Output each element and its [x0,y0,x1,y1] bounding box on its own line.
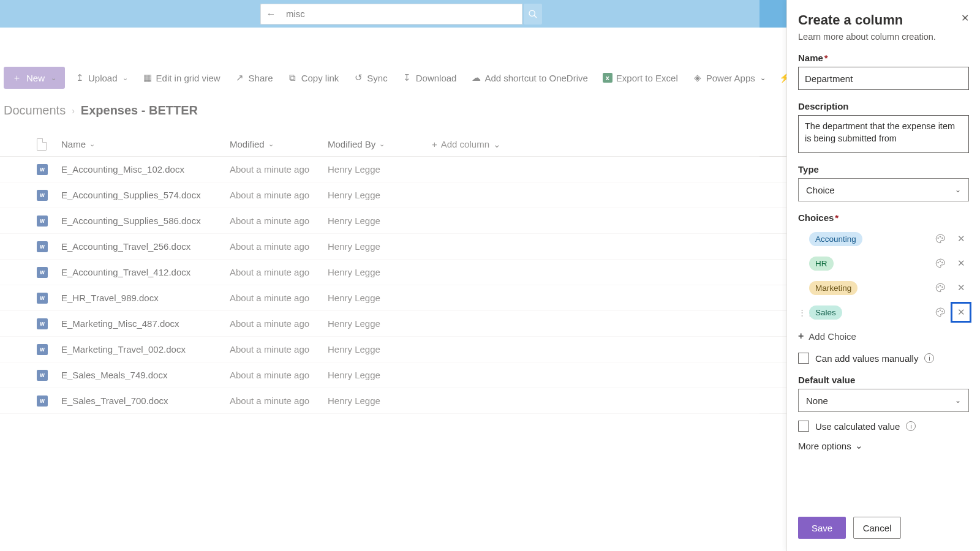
type-label: Type [798,164,969,174]
search-wrapper: ← [260,4,542,24]
learn-more-link[interactable]: Learn more about column creation. [798,32,969,42]
remove-choice-button[interactable]: ✕ [953,231,969,247]
edit-in-grid-button[interactable]: ▦ Edit in grid view [138,67,225,89]
share-label: Share [249,73,273,83]
grid-icon: ▦ [143,73,153,83]
choice-chip[interactable]: HR [809,257,834,271]
drag-handle-icon[interactable]: ⋮⋮ [798,308,807,317]
download-button[interactable]: ↧ Download [398,67,462,89]
search-button[interactable] [524,4,542,24]
modified-text: About a minute ago [230,370,328,380]
breadcrumb-current: Expenses - BETTER [81,103,198,118]
add-column-button[interactable]: + Add column ⌄ [432,139,554,150]
new-button[interactable]: ＋ New ⌄ [4,67,65,89]
name-label: Name* [798,53,969,63]
svg-point-13 [942,311,943,312]
info-icon[interactable]: i [906,421,916,431]
file-name[interactable]: E_Sales_Meals_749.docx [61,370,230,380]
chevron-down-icon: ⌄ [123,74,128,82]
choices-label: Choices* [798,212,969,223]
chevron-down-icon: ⌄ [89,140,95,148]
type-select[interactable]: Choice ⌄ [798,178,969,201]
svg-point-0 [529,10,535,16]
search-back-button[interactable]: ← [260,4,281,24]
remove-choice-button[interactable]: ✕ [953,280,969,296]
file-type-icon [37,138,47,151]
chevron-down-icon: ⌄ [51,74,56,82]
export-excel-button[interactable]: x Export to Excel [598,67,683,89]
upload-label: Upload [88,73,118,83]
search-input[interactable] [281,4,522,24]
download-label: Download [416,73,457,83]
modified-by-text: Henry Legge [328,190,432,200]
powerapps-icon: ◈ [693,73,703,83]
choice-chip[interactable]: Accounting [809,232,862,246]
modified-by-text: Henry Legge [328,216,432,226]
shortcut-icon: ☁ [471,73,481,83]
use-calculated-checkbox[interactable]: Use calculated value i [798,421,969,432]
modified-text: About a minute ago [230,216,328,226]
create-column-panel: Create a column ✕ Learn more about colum… [786,0,980,551]
choice-row[interactable]: ⋮⋮Marketing✕ [798,276,969,300]
excel-icon: x [603,73,612,83]
copy-link-button[interactable]: ⧉ Copy link [283,67,344,89]
file-name[interactable]: E_Sales_Travel_700.docx [61,395,230,406]
modified-by-text: Henry Legge [328,370,432,380]
file-name[interactable]: E_Accounting_Misc_102.docx [61,164,230,174]
cancel-button[interactable]: Cancel [853,517,901,539]
can-add-values-checkbox[interactable]: Can add values manually i [798,353,969,364]
default-value-select[interactable]: None ⌄ [798,389,969,412]
more-options-toggle[interactable]: More options ⌄ [798,440,969,451]
word-icon: w [37,395,48,407]
save-button[interactable]: Save [798,517,846,539]
column-modified[interactable]: Modified ⌄ [230,139,328,149]
chevron-right-icon: › [72,106,75,116]
add-shortcut-button[interactable]: ☁ Add shortcut to OneDrive [466,67,592,89]
power-apps-button[interactable]: ◈ Power Apps ⌄ [688,67,771,89]
word-icon: w [37,344,48,355]
plus-icon: + [432,139,437,149]
add-choice-button[interactable]: + Add Choice [798,331,969,342]
remove-choice-button[interactable]: ✕ [953,304,969,320]
palette-icon[interactable] [935,258,946,269]
file-name[interactable]: E_Marketing_Misc_487.docx [61,318,230,329]
share-button[interactable]: ↗ Share [230,67,278,89]
info-icon[interactable]: i [924,353,934,363]
panel-title: Create a column [798,12,903,28]
file-name[interactable]: E_Accounting_Travel_256.docx [61,241,230,252]
close-button[interactable]: ✕ [961,12,969,24]
power-apps-label: Power Apps [706,73,755,83]
modified-by-text: Henry Legge [328,164,432,174]
sync-button[interactable]: ↺ Sync [349,67,392,89]
choice-row[interactable]: ⋮⋮Sales✕ [798,300,969,324]
choice-row[interactable]: ⋮⋮HR✕ [798,251,969,276]
column-modified-by-label: Modified By [328,139,375,149]
chevron-down-icon: ⌄ [955,396,961,405]
file-name[interactable]: E_Accounting_Supplies_586.docx [61,216,230,226]
modified-text: About a minute ago [230,318,328,329]
file-name[interactable]: E_Accounting_Supplies_574.docx [61,190,230,200]
edit-grid-label: Edit in grid view [156,73,221,83]
file-name[interactable]: E_HR_Travel_989.docx [61,293,230,303]
can-add-values-label: Can add values manually [815,353,918,364]
chevron-down-icon: ⌄ [760,74,766,82]
description-input[interactable]: The department that the expense item is … [798,115,969,153]
column-modified-by[interactable]: Modified By ⌄ [328,139,432,149]
breadcrumb-root[interactable]: Documents [4,103,66,118]
choice-chip[interactable]: Sales [809,305,842,320]
link-icon: ⧉ [288,73,298,83]
modified-text: About a minute ago [230,344,328,354]
file-name[interactable]: E_Marketing_Travel_002.docx [61,344,230,354]
choice-row[interactable]: ⋮⋮Accounting✕ [798,227,969,251]
choice-chip[interactable]: Marketing [809,281,858,295]
remove-choice-button[interactable]: ✕ [953,255,969,271]
column-name[interactable]: Name ⌄ [61,139,230,149]
palette-icon[interactable] [935,307,946,318]
name-input[interactable] [798,67,969,90]
svg-point-2 [938,238,939,239]
palette-icon[interactable] [935,282,946,293]
upload-button[interactable]: ↥ Upload ⌄ [70,67,133,89]
palette-icon[interactable] [935,233,946,244]
file-name[interactable]: E_Accounting_Travel_412.docx [61,267,230,277]
svg-point-4 [942,238,943,239]
